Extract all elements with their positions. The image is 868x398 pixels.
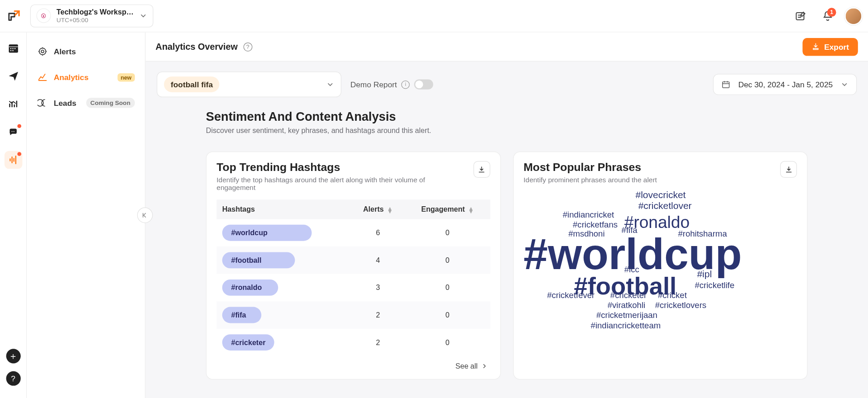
demo-report-toggle[interactable] [414,80,433,90]
rail-chat-icon[interactable] [4,123,22,141]
cloud-word[interactable]: #ipl [697,269,712,280]
sort-icon: ▲▼ [468,207,474,213]
cloud-word[interactable]: #cricket [658,290,687,299]
see-all-link[interactable]: See all [216,356,490,370]
rail-analytics-icon[interactable] [4,95,22,113]
svg-point-8 [11,131,12,132]
download-button[interactable] [780,161,797,178]
engagement-value: 0 [405,219,490,247]
calendar-icon [721,80,730,89]
help-icon[interactable]: ? [243,42,252,51]
new-badge: new [117,73,135,81]
alerts-value: 6 [351,219,405,247]
svg-point-10 [39,48,46,55]
cloud-word[interactable]: #viratkohli [608,300,645,310]
col-alerts[interactable]: Alerts▲▼ [351,199,405,219]
table-row: #football40 [216,246,490,274]
table-row: #worldcup60 [216,219,490,247]
col-hashtags[interactable]: Hashtags [216,199,350,219]
hashtag-pill[interactable]: #cricketer [222,334,275,351]
download-button[interactable] [473,161,490,178]
info-icon[interactable]: i [402,80,410,89]
nav-rail: ＋ ? [0,33,27,398]
workspace-avatar-icon: ⦿ [36,9,51,23]
cloud-word[interactable]: #fifa [622,225,638,235]
demo-report-toggle-group: Demo Report i [350,80,433,90]
table-row: #cricketer20 [216,329,490,356]
workspace-name: Techblogz's Worksp… [57,9,134,17]
sidenav-item-alerts[interactable]: Alerts [33,40,139,62]
cloud-word[interactable]: #cricketlovers [655,300,706,310]
demo-report-label: Demo Report [350,80,397,89]
hashtag-pill[interactable]: #worldcup [222,225,312,241]
cloud-word[interactable]: #msdhoni [568,229,604,238]
engagement-value: 0 [405,301,490,329]
collapse-sidenav-button[interactable] [137,208,153,223]
word-cloud: #worldcup#football#ronaldo#lovecricket#c… [523,190,797,346]
phrases-card-subtitle: Identify prominent phrases around the al… [523,176,657,184]
hashtags-card-title: Top Trending Hashtags [216,161,451,174]
svg-rect-7 [12,50,13,51]
alerts-value: 2 [351,301,405,329]
brand-logo-icon[interactable] [5,6,24,25]
date-range-label: Dec 30, 2024 - Jan 5, 2025 [738,80,833,89]
workspace-timezone: UTC+05:00 [57,17,134,24]
cloud-word[interactable]: #cricketmerijaan [596,310,657,320]
hashtag-pill[interactable]: #ronaldo [222,280,278,296]
cloud-word[interactable]: #cricketer [610,290,647,299]
rail-help-button[interactable]: ? [6,371,20,386]
col-engagement[interactable]: Engagement▲▼ [405,199,490,219]
workspace-selector[interactable]: ⦿ Techblogz's Worksp… UTC+05:00 [30,5,153,27]
alert-selector[interactable]: football fifa [157,71,341,97]
svg-rect-6 [10,50,11,51]
export-button-label: Export [824,42,849,51]
rail-send-icon[interactable] [4,67,22,85]
alerts-value: 2 [351,329,405,356]
date-range-selector[interactable]: Dec 30, 2024 - Jan 5, 2025 [713,74,857,95]
alerts-icon [37,46,48,57]
sidenav-item-analytics[interactable]: Analytics new [33,66,139,88]
cloud-word[interactable]: #icc [624,265,639,274]
rail-add-button[interactable]: ＋ [6,349,20,363]
svg-rect-3 [10,48,11,49]
user-avatar[interactable] [844,7,863,25]
coming-soon-badge: Coming Soon [86,98,135,108]
cloud-word[interactable]: #cricketfans [573,220,618,229]
hashtags-table: Hashtags Alerts▲▼ Engagement▲▼ #worldcup… [216,199,490,356]
hashtag-pill[interactable]: #football [222,252,295,268]
export-button[interactable]: Export [802,38,858,56]
svg-rect-5 [14,48,15,49]
section-subtitle: Discover user sentiment, key phrases, an… [206,126,808,135]
hashtag-pill[interactable]: #fifa [222,307,262,323]
topbar: ⦿ Techblogz's Worksp… UTC+05:00 1 [0,0,868,33]
cloud-word[interactable]: #cricketlife [695,280,734,289]
cloud-word[interactable]: #cricketlover [638,201,692,212]
notification-count-badge: 1 [827,8,836,17]
rail-listening-icon[interactable] [4,151,22,169]
cloud-word[interactable]: #indiancricket [563,209,614,219]
svg-rect-4 [12,48,13,49]
table-row: #ronaldo30 [216,274,490,302]
cloud-word[interactable]: #indiancricketteam [591,320,661,330]
compose-icon[interactable] [791,6,810,26]
sidenav-item-leads[interactable]: Leads Coming Soon [33,92,139,114]
svg-point-9 [13,131,14,132]
rail-calendar-icon[interactable] [4,39,22,57]
cloud-word[interactable]: #lovecricket [635,190,686,201]
page-title: Analytics Overview [156,42,238,52]
sidenav: Alerts Analytics new Leads Coming Soon [27,33,145,398]
main-content: Analytics Overview ? Export football fif… [145,33,868,398]
phrases-card: Most Popular Phrases Identify prominent … [513,152,808,379]
notifications-icon[interactable]: 1 [818,6,838,26]
sort-icon: ▲▼ [387,207,393,213]
chevron-down-icon [139,12,147,20]
svg-point-11 [41,50,44,53]
chevron-down-icon [840,81,848,88]
engagement-value: 0 [405,274,490,302]
chevron-down-icon [326,81,334,88]
sidenav-item-label: Analytics [54,73,89,82]
rail-listening-dot-icon [17,152,21,156]
sidenav-item-label: Leads [54,99,77,108]
cloud-word[interactable]: #cricketfever [547,290,595,299]
cloud-word[interactable]: #rohitsharma [678,229,727,238]
